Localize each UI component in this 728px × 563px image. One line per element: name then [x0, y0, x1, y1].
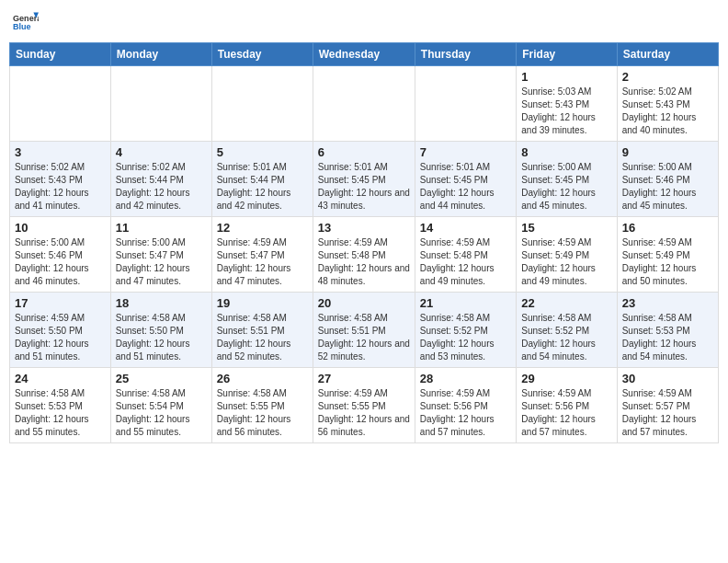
- day-number: 18: [116, 296, 207, 310]
- day-number: 11: [116, 221, 207, 235]
- weekday-header-sunday: Sunday: [10, 43, 111, 66]
- calendar-week-row: 24Sunrise: 4:58 AM Sunset: 5:53 PM Dayli…: [10, 368, 719, 443]
- calendar-cell: [211, 66, 313, 142]
- day-number: 23: [622, 296, 713, 310]
- svg-text:Blue: Blue: [13, 22, 31, 31]
- day-info: Sunrise: 4:59 AM Sunset: 5:49 PM Dayligh…: [521, 236, 611, 288]
- weekday-header-saturday: Saturday: [617, 43, 718, 66]
- day-number: 17: [15, 296, 106, 310]
- calendar-cell: 20Sunrise: 4:58 AM Sunset: 5:51 PM Dayli…: [313, 293, 415, 368]
- day-info: Sunrise: 4:59 AM Sunset: 5:50 PM Dayligh…: [15, 312, 106, 363]
- day-info: Sunrise: 4:58 AM Sunset: 5:54 PM Dayligh…: [116, 387, 207, 439]
- calendar-cell: 9Sunrise: 5:00 AM Sunset: 5:46 PM Daylig…: [617, 142, 718, 217]
- day-info: Sunrise: 4:59 AM Sunset: 5:56 PM Dayligh…: [521, 387, 611, 439]
- weekday-header-monday: Monday: [110, 43, 211, 66]
- day-number: 12: [217, 221, 308, 235]
- day-info: Sunrise: 5:00 AM Sunset: 5:45 PM Dayligh…: [521, 161, 611, 213]
- day-info: Sunrise: 4:58 AM Sunset: 5:53 PM Dayligh…: [15, 387, 106, 439]
- day-info: Sunrise: 5:00 AM Sunset: 5:46 PM Dayligh…: [622, 161, 713, 213]
- day-number: 21: [420, 296, 511, 310]
- calendar-cell: 27Sunrise: 4:59 AM Sunset: 5:55 PM Dayli…: [313, 368, 415, 443]
- logo-icon: General Blue: [13, 9, 39, 35]
- day-info: Sunrise: 4:58 AM Sunset: 5:51 PM Dayligh…: [217, 312, 308, 363]
- day-info: Sunrise: 4:59 AM Sunset: 5:47 PM Dayligh…: [217, 236, 308, 288]
- day-info: Sunrise: 5:00 AM Sunset: 5:47 PM Dayligh…: [116, 236, 207, 288]
- calendar-cell: 4Sunrise: 5:02 AM Sunset: 5:44 PM Daylig…: [110, 142, 211, 217]
- calendar-week-row: 10Sunrise: 5:00 AM Sunset: 5:46 PM Dayli…: [10, 217, 719, 293]
- page-header: General Blue: [9, 9, 719, 35]
- calendar-cell: 6Sunrise: 5:01 AM Sunset: 5:45 PM Daylig…: [313, 142, 415, 217]
- day-info: Sunrise: 5:02 AM Sunset: 5:44 PM Dayligh…: [116, 161, 207, 213]
- calendar-week-row: 3Sunrise: 5:02 AM Sunset: 5:43 PM Daylig…: [10, 142, 719, 217]
- calendar-cell: 3Sunrise: 5:02 AM Sunset: 5:43 PM Daylig…: [10, 142, 111, 217]
- day-info: Sunrise: 5:01 AM Sunset: 5:44 PM Dayligh…: [217, 161, 308, 213]
- calendar-cell: 16Sunrise: 4:59 AM Sunset: 5:49 PM Dayli…: [617, 217, 718, 293]
- day-number: 5: [217, 145, 308, 159]
- calendar-cell: 7Sunrise: 5:01 AM Sunset: 5:45 PM Daylig…: [415, 142, 516, 217]
- day-info: Sunrise: 4:59 AM Sunset: 5:55 PM Dayligh…: [318, 387, 410, 439]
- day-number: 30: [622, 372, 713, 385]
- calendar-week-row: 17Sunrise: 4:59 AM Sunset: 5:50 PM Dayli…: [10, 293, 719, 368]
- day-number: 20: [318, 296, 410, 310]
- calendar-cell: 5Sunrise: 5:01 AM Sunset: 5:44 PM Daylig…: [211, 142, 313, 217]
- day-number: 13: [318, 221, 410, 235]
- day-info: Sunrise: 5:01 AM Sunset: 5:45 PM Dayligh…: [420, 161, 511, 213]
- day-number: 29: [521, 372, 611, 385]
- calendar-cell: 15Sunrise: 4:59 AM Sunset: 5:49 PM Dayli…: [517, 217, 617, 293]
- day-info: Sunrise: 5:03 AM Sunset: 5:43 PM Dayligh…: [521, 86, 611, 137]
- day-info: Sunrise: 4:59 AM Sunset: 5:57 PM Dayligh…: [622, 387, 713, 439]
- day-number: 4: [116, 145, 207, 159]
- day-number: 16: [622, 221, 713, 235]
- calendar-cell: 24Sunrise: 4:58 AM Sunset: 5:53 PM Dayli…: [10, 368, 111, 443]
- day-info: Sunrise: 5:02 AM Sunset: 5:43 PM Dayligh…: [622, 86, 713, 137]
- calendar-cell: 17Sunrise: 4:59 AM Sunset: 5:50 PM Dayli…: [10, 293, 111, 368]
- calendar-cell: 19Sunrise: 4:58 AM Sunset: 5:51 PM Dayli…: [211, 293, 313, 368]
- calendar-cell: [313, 66, 415, 142]
- day-number: 9: [622, 145, 713, 159]
- day-info: Sunrise: 4:58 AM Sunset: 5:50 PM Dayligh…: [116, 312, 207, 363]
- calendar-cell: 14Sunrise: 4:59 AM Sunset: 5:48 PM Dayli…: [415, 217, 516, 293]
- weekday-header-row: SundayMondayTuesdayWednesdayThursdayFrid…: [10, 43, 719, 66]
- calendar-cell: [415, 66, 516, 142]
- day-info: Sunrise: 4:58 AM Sunset: 5:55 PM Dayligh…: [217, 387, 308, 439]
- day-info: Sunrise: 4:59 AM Sunset: 5:56 PM Dayligh…: [420, 387, 511, 439]
- weekday-header-tuesday: Tuesday: [211, 43, 313, 66]
- day-info: Sunrise: 4:58 AM Sunset: 5:53 PM Dayligh…: [622, 312, 713, 363]
- calendar-cell: 18Sunrise: 4:58 AM Sunset: 5:50 PM Dayli…: [110, 293, 211, 368]
- day-number: 27: [318, 372, 410, 385]
- day-number: 14: [420, 221, 511, 235]
- day-number: 6: [318, 145, 410, 159]
- day-info: Sunrise: 4:58 AM Sunset: 5:52 PM Dayligh…: [420, 312, 511, 363]
- calendar-cell: 10Sunrise: 5:00 AM Sunset: 5:46 PM Dayli…: [10, 217, 111, 293]
- day-number: 8: [521, 145, 611, 159]
- day-info: Sunrise: 5:00 AM Sunset: 5:46 PM Dayligh…: [15, 236, 106, 288]
- day-number: 22: [521, 296, 611, 310]
- calendar-cell: 8Sunrise: 5:00 AM Sunset: 5:45 PM Daylig…: [517, 142, 617, 217]
- day-info: Sunrise: 4:59 AM Sunset: 5:48 PM Dayligh…: [318, 236, 410, 288]
- calendar-cell: [110, 66, 211, 142]
- day-info: Sunrise: 4:59 AM Sunset: 5:48 PM Dayligh…: [420, 236, 511, 288]
- calendar-cell: 23Sunrise: 4:58 AM Sunset: 5:53 PM Dayli…: [617, 293, 718, 368]
- calendar-week-row: 1Sunrise: 5:03 AM Sunset: 5:43 PM Daylig…: [10, 66, 719, 142]
- calendar-cell: 28Sunrise: 4:59 AM Sunset: 5:56 PM Dayli…: [415, 368, 516, 443]
- day-number: 15: [521, 221, 611, 235]
- calendar-table: SundayMondayTuesdayWednesdayThursdayFrid…: [9, 42, 719, 443]
- calendar-cell: 13Sunrise: 4:59 AM Sunset: 5:48 PM Dayli…: [313, 217, 415, 293]
- day-number: 10: [15, 221, 106, 235]
- calendar-cell: 29Sunrise: 4:59 AM Sunset: 5:56 PM Dayli…: [517, 368, 617, 443]
- day-info: Sunrise: 5:02 AM Sunset: 5:43 PM Dayligh…: [15, 161, 106, 213]
- calendar-cell: 2Sunrise: 5:02 AM Sunset: 5:43 PM Daylig…: [617, 66, 718, 142]
- day-number: 19: [217, 296, 308, 310]
- day-info: Sunrise: 4:58 AM Sunset: 5:52 PM Dayligh…: [521, 312, 611, 363]
- calendar-cell: 21Sunrise: 4:58 AM Sunset: 5:52 PM Dayli…: [415, 293, 516, 368]
- day-info: Sunrise: 4:58 AM Sunset: 5:51 PM Dayligh…: [318, 312, 410, 363]
- calendar-cell: 30Sunrise: 4:59 AM Sunset: 5:57 PM Dayli…: [617, 368, 718, 443]
- calendar-cell: 25Sunrise: 4:58 AM Sunset: 5:54 PM Dayli…: [110, 368, 211, 443]
- day-number: 25: [116, 372, 207, 385]
- day-number: 7: [420, 145, 511, 159]
- day-number: 3: [15, 145, 106, 159]
- weekday-header-wednesday: Wednesday: [313, 43, 415, 66]
- calendar-cell: 26Sunrise: 4:58 AM Sunset: 5:55 PM Dayli…: [211, 368, 313, 443]
- day-number: 2: [622, 70, 713, 84]
- logo: General Blue: [13, 9, 39, 35]
